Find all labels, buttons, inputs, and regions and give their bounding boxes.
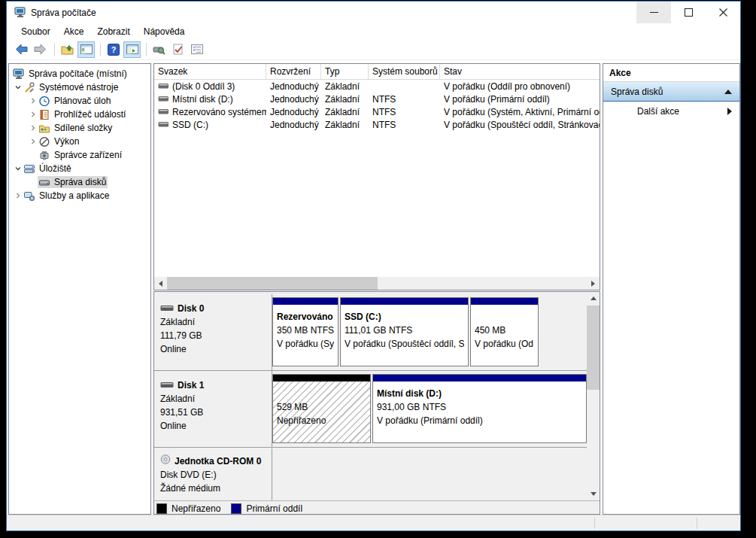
chevron-right-icon[interactable]	[29, 110, 38, 119]
scroll-left-icon[interactable]	[154, 277, 167, 290]
scroll-down-icon[interactable]	[587, 488, 600, 500]
window-titlebar: Správa počítače	[7, 2, 740, 23]
forward-icon[interactable]	[32, 41, 49, 58]
volume-icon	[158, 107, 169, 117]
window-title: Správa počítače	[31, 8, 96, 18]
horizontal-scrollbar[interactable]	[154, 277, 600, 290]
menu-napoveda[interactable]: Nápověda	[137, 25, 192, 38]
sidebar-item-systemove-nastroje[interactable]: Systémové nástroje	[9, 81, 150, 94]
horizontal-scrollbar-thumb[interactable]	[167, 277, 378, 290]
scroll-right-icon[interactable]	[587, 277, 600, 290]
actions-title: Akce	[603, 64, 739, 82]
volume-icon	[158, 81, 169, 92]
sidebar-item-prohlizec-udalosti[interactable]: Prohlížeč událostí	[9, 108, 150, 121]
table-row[interactable]: Místní disk (D:) Jednoduchý Základní NTF…	[154, 93, 600, 105]
rescan-disks-icon[interactable]	[150, 41, 168, 58]
toolbar-separator	[100, 43, 101, 56]
column-header-rozvrzeni[interactable]: Rozvržení	[266, 64, 321, 79]
table-row[interactable]: SSD (C:) Jednoduchý Základní NTFS V pořá…	[154, 118, 600, 131]
check-document-icon[interactable]	[169, 41, 187, 58]
disk-row-disk0: Disk 0 Základní 111,79 GB Online Rezervo…	[154, 294, 587, 371]
actions-group-sprava-disku[interactable]: Správa disků	[603, 82, 739, 102]
sidebar-item-uloziste[interactable]: Úložiště	[9, 162, 150, 175]
column-header-svazek[interactable]: Svazek	[154, 64, 266, 79]
computer-icon	[13, 68, 25, 80]
sidebar-item-sprava-disku[interactable]: Správa disků	[9, 175, 150, 189]
disk0-info-cell[interactable]: Disk 0 Základní 111,79 GB Online	[154, 294, 272, 370]
device-manager-icon	[38, 150, 50, 161]
chevron-down-icon[interactable]	[14, 83, 23, 92]
submenu-arrow-icon	[727, 108, 732, 115]
table-row[interactable]: Rezervováno systémem Jednoduchý Základní…	[154, 105, 600, 118]
status-bar	[7, 515, 740, 530]
up-folder-icon[interactable]	[59, 41, 76, 58]
console-tree: Správa počítače (místní) Systémové nástr…	[9, 64, 150, 202]
storage-icon	[23, 163, 35, 175]
sidebar-item-sdilene-slozky[interactable]: Sdílené složky	[9, 121, 150, 135]
performance-icon	[38, 136, 50, 147]
menu-zobrazit[interactable]: Zobrazit	[90, 25, 136, 38]
menu-soubor[interactable]: Soubor	[14, 25, 57, 38]
partition-recovery-450mb[interactable]: 450 MB V pořádku (Od	[470, 297, 539, 366]
menu-akce[interactable]: Akce	[57, 25, 91, 38]
show-action-pane-icon[interactable]	[123, 41, 141, 58]
legend-swatch-unallocated	[156, 503, 167, 514]
disk-graph-panel: Disk 0 Základní 111,79 GB Online Rezervo…	[153, 291, 600, 515]
table-row[interactable]: (Disk 0 Oddíl 3) Jednoduchý Základní V p…	[154, 80, 600, 93]
task-scheduler-icon	[38, 96, 50, 107]
disk-row-disk1: Disk 1 Základní 931,51 GB Online 529 MB …	[154, 371, 587, 448]
chevron-none	[29, 178, 38, 187]
vertical-scrollbar-thumb[interactable]	[587, 305, 600, 390]
chevron-right-icon[interactable]	[14, 191, 23, 200]
partition-legend: Nepřiřazeno Primární oddíl	[154, 500, 600, 515]
partition-rezervovano-systemem[interactable]: Rezervováno systémem 350 MB NTFS V pořád…	[272, 297, 339, 366]
chevron-down-icon[interactable]	[14, 164, 23, 173]
partition-ssd-c[interactable]: SSD (C:) 111,01 GB NTFS V pořádku (Spouš…	[340, 297, 469, 366]
chevron-none	[29, 150, 38, 160]
chevron-right-icon[interactable]	[29, 137, 38, 146]
chevron-right-icon[interactable]	[29, 96, 38, 105]
cdrom-info-cell[interactable]: Jednotka CD-ROM 0 Disk DVD (E:) Žádné mé…	[154, 448, 272, 500]
back-icon[interactable]	[13, 41, 30, 58]
minimize-button[interactable]	[636, 2, 671, 23]
column-header-system-souboru[interactable]: Systém souborů	[369, 64, 440, 79]
console-tree-panel: Správa počítače (místní) Systémové nástr…	[8, 63, 151, 515]
chevron-right-icon[interactable]	[29, 123, 38, 132]
system-tools-icon	[23, 82, 35, 93]
disk-management-icon	[38, 177, 50, 188]
toolbar: ?	[7, 39, 740, 60]
sidebar-item-vykon[interactable]: Výkon	[9, 135, 150, 148]
help-icon[interactable]: ?	[105, 41, 122, 58]
collapse-icon[interactable]	[724, 90, 732, 94]
volume-icon	[158, 120, 169, 130]
show-console-tree-icon[interactable]	[77, 41, 95, 58]
properties-list-icon[interactable]	[188, 41, 205, 58]
legend-swatch-primary	[231, 503, 241, 514]
services-icon	[23, 190, 35, 202]
toolbar-separator	[54, 43, 55, 56]
disk-icon	[160, 378, 174, 392]
volume-list-panel: Svazek Rozvržení Typ Systém souborů Stav…	[153, 63, 600, 290]
cd-icon	[160, 454, 171, 468]
sidebar-item-spravce-zarizeni[interactable]: Správce zařízení	[9, 148, 150, 162]
vertical-scrollbar[interactable]	[587, 292, 600, 500]
partition-mistni-disk-d[interactable]: Místní disk (D:) 931,00 GB NTFS V pořádk…	[372, 374, 587, 443]
shared-folders-icon	[38, 123, 50, 134]
actions-item-dalsi-akce[interactable]: Další akce	[603, 102, 739, 121]
volume-icon	[158, 94, 169, 105]
sidebar-item-sluzby-a-aplikace[interactable]: Služby a aplikace	[9, 189, 150, 202]
disk-row-cdrom0: Jednotka CD-ROM 0 Disk DVD (E:) Žádné mé…	[154, 448, 587, 500]
partition-unallocated[interactable]: 529 MB Nepřiřazeno	[272, 374, 371, 443]
disk1-info-cell[interactable]: Disk 1 Základní 931,51 GB Online	[154, 371, 272, 447]
event-viewer-icon	[38, 109, 50, 120]
menubar: Soubor Akce Zobrazit Nápověda	[7, 23, 740, 39]
column-header-typ[interactable]: Typ	[321, 64, 369, 79]
sidebar-item-planovac-uloh[interactable]: Plánovač úloh	[9, 94, 150, 108]
scroll-up-icon[interactable]	[587, 292, 600, 305]
window-controls	[636, 2, 740, 23]
column-header-stav[interactable]: Stav	[440, 64, 600, 79]
maximize-button[interactable]	[671, 2, 706, 23]
sidebar-item-sprava-pocitace[interactable]: Správa počítače (místní)	[9, 67, 150, 81]
app-window: Správa počítače Soubor Akce Zobrazit Náp…	[6, 1, 741, 531]
close-button[interactable]	[706, 2, 740, 23]
